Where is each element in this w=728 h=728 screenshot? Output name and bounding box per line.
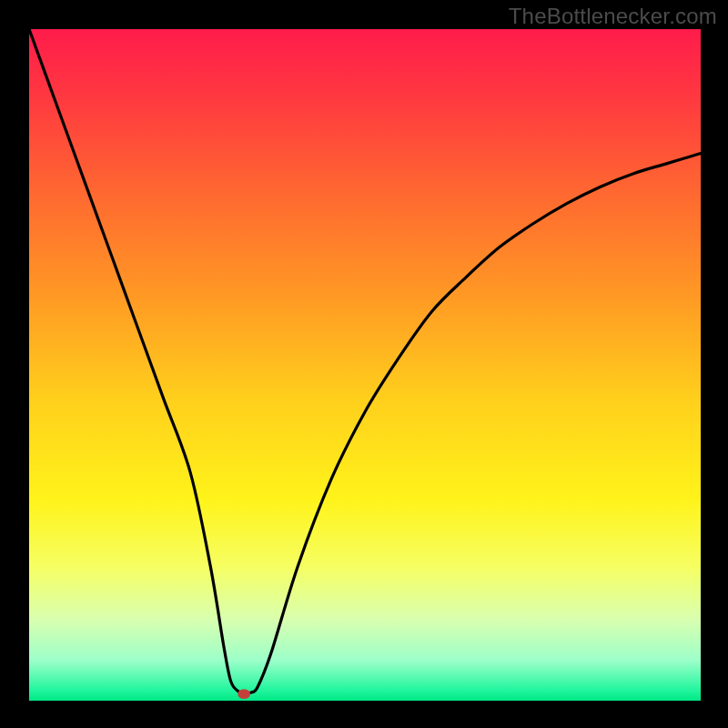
- plot-area: [29, 29, 701, 701]
- chart-container: TheBottlenecker.com: [0, 0, 728, 728]
- bottleneck-chart: [0, 0, 728, 728]
- watermark-text: TheBottlenecker.com: [509, 4, 717, 29]
- optimal-point-marker: [238, 689, 250, 699]
